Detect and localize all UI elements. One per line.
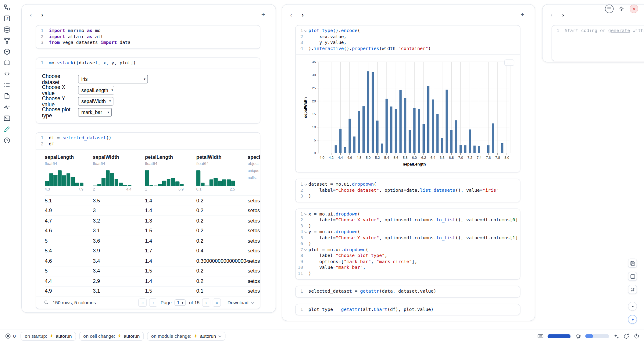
fold-toggle[interactable]	[304, 248, 307, 252]
line-number: 4	[296, 229, 303, 235]
column-scroll-left-button[interactable]: ‹	[287, 11, 295, 19]
panel-variables-button[interactable]: f	[2, 15, 12, 22]
fold-toggle[interactable]	[304, 29, 307, 33]
fold-toggle[interactable]	[304, 212, 307, 216]
ai-sparkles-icon[interactable]	[613, 333, 620, 340]
run-mode-pill-0[interactable]: on startup:autorun	[21, 332, 76, 341]
chart-actions-button[interactable]: ···	[504, 59, 514, 66]
last-page-button[interactable]: »	[213, 298, 221, 307]
line-number: 11	[296, 271, 303, 277]
code-editor[interactable]: 1plot_type().encode(2 x=x.value,3 y=y.va…	[296, 26, 520, 54]
panel-tracing-button[interactable]	[2, 103, 12, 111]
code-editor[interactable]: 1dataset = mo.ui.dropdown(2 label="Choos…	[296, 179, 520, 202]
column-name[interactable]: petalWidth	[196, 154, 248, 160]
package-icon	[3, 48, 11, 55]
shutdown-button[interactable]	[630, 5, 638, 13]
power-icon[interactable]	[633, 333, 640, 340]
line-number: 10	[296, 265, 303, 271]
panel-help-button[interactable]	[2, 137, 12, 144]
svg-text:5.2: 5.2	[375, 156, 380, 159]
page-label: Page	[161, 300, 172, 305]
choose-plot-type-select[interactable]: mark_bar▾	[78, 108, 112, 116]
file-icon	[3, 92, 11, 100]
next-page-button[interactable]: ›	[202, 298, 210, 307]
fold-toggle[interactable]	[304, 183, 307, 186]
code-editor[interactable]: 1plot_type = getattr(alt.Chart(df), plot…	[296, 304, 520, 315]
cell-selected-dataset: 1selected_dataset = getattr(data, datase…	[295, 286, 520, 297]
keyboard-shortcuts-button[interactable]	[628, 285, 637, 294]
table-row: 4.931.40.2setosa	[45, 205, 260, 216]
panel-documentation-button[interactable]	[2, 59, 12, 66]
svg-text:sepalWidth: sepalWidth	[303, 97, 308, 118]
chevron-down-icon: ▾	[144, 77, 145, 81]
panel-ai-chat-button[interactable]	[2, 126, 12, 133]
altair-chart-output: ··· 4.04.24.44.64.85.05.25.45.65.86.06.2…	[296, 55, 520, 172]
layout-icon	[630, 274, 635, 279]
code-editor[interactable]: 1x = mo.ui.dropdown(2 label="Choose X va…	[296, 209, 520, 279]
code-editor[interactable]: 1import marimo as mo2import altair as al…	[36, 26, 260, 48]
panel-scratchpad-button[interactable]	[2, 92, 12, 100]
restart-kernel-icon[interactable]	[623, 333, 630, 340]
code-editor[interactable]: 1mo.vstack([dataset, x, y, plot])	[36, 58, 260, 69]
column-name[interactable]: species	[248, 154, 260, 160]
run-mode-pill-1[interactable]: on cell change:autorun	[79, 332, 144, 341]
panel-file-explorer-button[interactable]	[2, 4, 12, 11]
generate-with-ai-link[interactable]: generate	[608, 28, 630, 34]
error-indicator[interactable]: 0	[5, 333, 16, 339]
column-scroll-left-button[interactable]: ‹	[547, 11, 556, 19]
table-row: 53.61.40.2setosa	[45, 236, 260, 246]
panel-outline-button[interactable]	[2, 115, 12, 122]
prev-page-button[interactable]: ‹	[149, 298, 157, 307]
code-editor[interactable]: 1selected_dataset = getattr(data, datase…	[296, 286, 520, 297]
fold-toggle[interactable]	[304, 230, 307, 234]
code-editor[interactable]: 1df = selected_dataset()2df	[36, 133, 260, 149]
panel-data-sources-button[interactable]	[2, 26, 12, 33]
chevron-down-icon	[251, 301, 254, 304]
choose-dataset-select[interactable]: iris▾	[78, 75, 148, 83]
notebook-menu-button[interactable]	[605, 5, 614, 13]
choose-y-value-select[interactable]: sepalWidth▾	[78, 97, 113, 105]
stop-button[interactable]	[628, 302, 637, 311]
run-button[interactable]	[628, 315, 637, 324]
panel-packages-button[interactable]	[2, 48, 12, 55]
table-row: 4.63.41.40.30000000000000004setosa	[45, 256, 260, 266]
column-name[interactable]: sepalLength	[45, 154, 93, 160]
first-page-button[interactable]: «	[138, 298, 147, 307]
svg-text:4.2: 4.2	[329, 156, 334, 159]
table-search-icon[interactable]	[44, 300, 49, 305]
add-cell-button[interactable]: +	[518, 11, 527, 19]
pen-icon	[3, 126, 11, 133]
cell-vstack: 1mo.vstack([dataset, x, y, plot]) Choose…	[36, 57, 260, 124]
column-name[interactable]: sepalWidth	[93, 154, 145, 160]
svg-text:7.0: 7.0	[458, 156, 463, 159]
add-cell-button[interactable]: +	[259, 11, 267, 19]
run-mode-pill-2[interactable]: on module change:autorun	[147, 332, 225, 341]
line-number: 1	[296, 28, 303, 34]
chevron-down-icon: ▾	[112, 88, 113, 92]
column-dtype: float64	[93, 161, 145, 166]
settings-button[interactable]	[617, 5, 626, 13]
column-scroll-right-button[interactable]: ›	[38, 11, 46, 19]
database-icon	[3, 26, 11, 33]
column-name[interactable]: petalLength	[145, 154, 196, 160]
panel-dependency-graph-button[interactable]	[2, 37, 12, 44]
column-scroll-right-button[interactable]: ›	[559, 11, 567, 19]
svg-text:5.8: 5.8	[403, 156, 408, 159]
code-editor[interactable]: 1 Start coding or generate with AI	[552, 26, 644, 61]
panel-logs-button[interactable]	[2, 81, 12, 89]
download-button[interactable]: Download	[227, 300, 254, 305]
svg-text:4.8: 4.8	[356, 156, 361, 159]
panel-snippets-button[interactable]	[2, 70, 12, 77]
column-scroll-right-button[interactable]: ›	[299, 11, 307, 19]
choose-x-value-select[interactable]: sepalLength▾	[78, 86, 114, 94]
lightning-icon	[49, 334, 54, 338]
bar-chart[interactable]: 4.04.24.44.64.85.05.25.45.65.86.06.26.46…	[302, 58, 516, 168]
page-select[interactable]: 1▾	[174, 299, 186, 306]
save-button[interactable]	[628, 259, 637, 268]
keyboard-icon[interactable]	[537, 333, 544, 340]
line-number: 1	[36, 28, 44, 34]
dataframe-table: sepalLengthfloat644.37.9sepalWidthfloat6…	[36, 150, 260, 296]
column-scroll-left-button[interactable]: ‹	[27, 11, 35, 19]
table-row: 5.13.51.40.2setosa	[45, 195, 260, 205]
app-view-button[interactable]	[628, 272, 637, 281]
